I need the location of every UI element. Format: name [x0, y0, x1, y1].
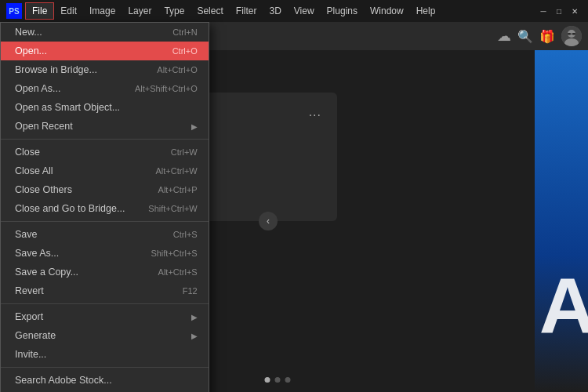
gift-icon[interactable]: 🎁	[539, 29, 555, 44]
menu-item-close-all[interactable]: Close All Alt+Ctrl+W	[1, 162, 209, 180]
menu-item-open-smart[interactable]: Open as Smart Object...	[1, 98, 209, 117]
menu-item-close-bridge[interactable]: Close and Go to Bridge... Shift+Ctrl+W	[1, 199, 209, 218]
right-panel: A	[535, 50, 588, 392]
separator-3	[1, 303, 209, 304]
close-button[interactable]: ✕	[568, 4, 582, 18]
menu-file[interactable]: File	[25, 2, 54, 20]
window-controls: ─ □ ✕	[536, 4, 582, 18]
avatar[interactable]	[561, 26, 582, 46]
menu-plugins[interactable]: Plugins	[321, 2, 364, 20]
menu-help[interactable]: Help	[410, 2, 442, 20]
menu-select[interactable]: Select	[191, 2, 229, 20]
app-logo: PS	[6, 3, 22, 19]
menu-item-close[interactable]: Close Ctrl+W	[1, 143, 209, 162]
dot-3[interactable]	[285, 377, 291, 383]
prev-arrow[interactable]: ‹	[259, 212, 278, 230]
cloud-icon[interactable]: ☁	[497, 27, 511, 45]
menu-item-generate[interactable]: Generate ▶	[1, 326, 209, 345]
file-menu: New... Ctrl+N Open... Ctrl+O Browse in B…	[0, 22, 209, 392]
menu-item-search-stock[interactable]: Search Adobe Stock...	[1, 371, 209, 390]
pagination-dots	[265, 377, 291, 383]
menu-item-browse-bridge[interactable]: Browse in Bridge... Alt+Ctrl+O	[1, 60, 209, 79]
menu-item-export[interactable]: Export ▶	[1, 307, 209, 326]
menu-type[interactable]: Type	[158, 2, 191, 20]
right-panel-letter: A	[539, 267, 588, 345]
menu-3d[interactable]: 3D	[263, 2, 287, 20]
menu-item-open-as[interactable]: Open As... Alt+Shift+Ctrl+O	[1, 79, 209, 98]
menubar: File Edit Image Layer Type Select Filter…	[25, 2, 441, 20]
menu-item-open-recent[interactable]: Open Recent ▶	[1, 117, 209, 136]
menu-item-invite[interactable]: Invite...	[1, 345, 209, 364]
menu-image[interactable]: Image	[83, 2, 122, 20]
menu-window[interactable]: Window	[364, 2, 410, 20]
menu-filter[interactable]: Filter	[230, 2, 263, 20]
separator-2	[1, 221, 209, 222]
menu-edit[interactable]: Edit	[54, 2, 83, 20]
menu-item-save-copy[interactable]: Save a Copy... Alt+Ctrl+S	[1, 263, 209, 281]
svg-rect-3	[568, 33, 571, 35]
svg-rect-4	[572, 33, 575, 35]
file-dropdown: New... Ctrl+N Open... Ctrl+O Browse in B…	[0, 22, 209, 392]
menu-item-close-others[interactable]: Close Others Alt+Ctrl+P	[1, 180, 209, 199]
menu-item-revert[interactable]: Revert F12	[1, 281, 209, 300]
toolbar-right: ☁ 🔍 🎁	[497, 26, 582, 46]
menu-item-new[interactable]: New... Ctrl+N	[1, 23, 209, 42]
menu-item-save[interactable]: Save Ctrl+S	[1, 225, 209, 244]
menu-item-save-as[interactable]: Save As... Shift+Ctrl+S	[1, 244, 209, 263]
minimize-button[interactable]: ─	[536, 4, 550, 18]
card-options-button[interactable]: ···	[309, 108, 321, 122]
menu-view[interactable]: View	[288, 2, 321, 20]
menu-layer[interactable]: Layer	[122, 2, 158, 20]
dot-2[interactable]	[275, 377, 281, 383]
separator-1	[1, 139, 209, 140]
dot-1[interactable]	[265, 377, 270, 383]
separator-4	[1, 367, 209, 368]
search-icon[interactable]: 🔍	[517, 29, 533, 44]
maximize-button[interactable]: □	[552, 4, 566, 18]
titlebar: PS File Edit Image Layer Type Select Fil…	[0, 0, 588, 22]
menu-item-open[interactable]: Open... Ctrl+O	[1, 42, 209, 60]
